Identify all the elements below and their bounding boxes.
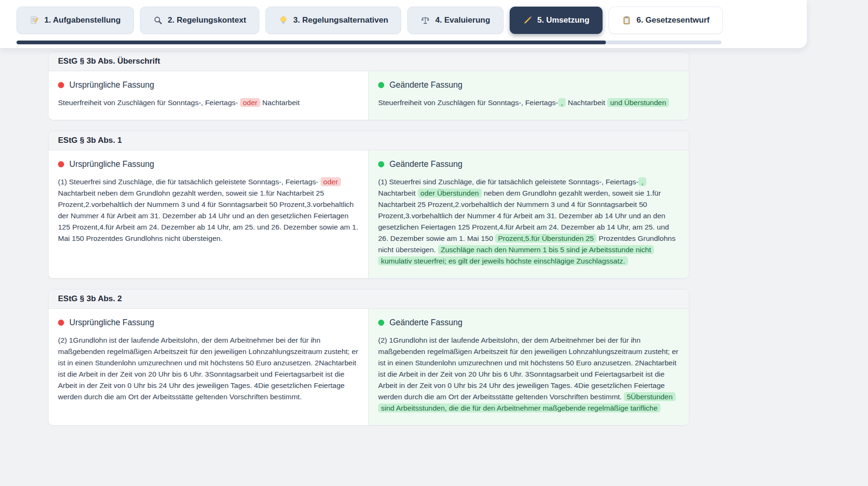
version-label-text: Ursprüngliche Fassung	[69, 159, 154, 169]
progress-bar-fill	[17, 41, 606, 44]
law-section-card: EStG § 3b Abs. 2Ursprüngliche Fassung(2)…	[48, 289, 689, 426]
diff-columns: Ursprüngliche Fassung(1) Steuerfrei sind…	[49, 150, 689, 278]
original-version-panel: Ursprüngliche Fassung(2) 1Grundlohn ist …	[49, 309, 369, 425]
version-label-text: Geänderte Fassung	[389, 159, 463, 169]
law-text: Steuerfreiheit von Zuschlägen für Sonnta…	[378, 97, 679, 108]
original-version-panel: Ursprüngliche Fassung(1) Steuerfrei sind…	[49, 150, 369, 278]
inserted-text: ,	[638, 177, 646, 186]
header-bar: 1. Aufgabenstellung2. Regelungskontext3.…	[0, 0, 807, 48]
version-label: Geänderte Fassung	[378, 318, 679, 328]
law-text: (2) 1Grundlohn ist der laufende Arbeitsl…	[378, 335, 679, 414]
bulb-icon	[279, 16, 288, 25]
law-text: Steuerfreiheit von Zuschlägen für Sonnta…	[58, 97, 359, 108]
diff-content-area: EStG § 3b Abs. ÜberschriftUrsprüngliche …	[0, 48, 868, 426]
version-label-text: Ursprüngliche Fassung	[69, 318, 154, 328]
section-title: EStG § 3b Abs. 2	[49, 289, 689, 309]
tab-step-4[interactable]: 4. Evaluierung	[407, 7, 503, 34]
version-label: Ursprüngliche Fassung	[58, 159, 359, 169]
changed-version-panel: Geänderte Fassung(1) Steuerfrei sind Zus…	[369, 150, 689, 278]
tab-label: 3. Regelungsalternativen	[293, 16, 388, 25]
version-label: Ursprüngliche Fassung	[58, 80, 359, 90]
version-label: Ursprüngliche Fassung	[58, 318, 359, 328]
clipboard-icon	[622, 16, 631, 25]
changed-version-panel: Geänderte FassungSteuerfreiheit von Zusc…	[369, 71, 689, 120]
section-title: EStG § 3b Abs. Überschrift	[49, 52, 689, 71]
green-dot-icon	[378, 82, 384, 88]
inserted-text: 5Überstunden sind Arbeitsstunden, die di…	[378, 392, 676, 412]
tab-step-3[interactable]: 3. Regelungsalternativen	[265, 7, 401, 34]
scales-icon	[421, 16, 430, 25]
memo-icon	[30, 16, 39, 25]
section-title: EStG § 3b Abs. 1	[49, 131, 689, 150]
red-dot-icon	[58, 82, 64, 88]
deleted-text: oder	[240, 98, 260, 107]
tab-step-6[interactable]: 6. Gesetzesentwurf	[609, 7, 723, 34]
tab-step-2[interactable]: 2. Regelungskontext	[140, 7, 259, 34]
magnifier-icon	[153, 16, 163, 25]
version-label-text: Geänderte Fassung	[389, 318, 463, 328]
red-dot-icon	[58, 320, 64, 326]
pencil-icon	[523, 16, 532, 25]
diff-columns: Ursprüngliche FassungSteuerfreiheit von …	[49, 71, 689, 120]
green-dot-icon	[378, 161, 384, 167]
tab-label: 4. Evaluierung	[435, 16, 490, 25]
tab-step-5[interactable]: 5. Umsetzung	[510, 7, 603, 34]
green-dot-icon	[378, 320, 384, 326]
inserted-text: Prozent,5.für Überstunden 25	[495, 234, 596, 243]
law-text: (1) Steuerfrei sind Zuschläge, die für t…	[378, 176, 679, 267]
law-text: (1) Steuerfrei sind Zuschläge, die für t…	[58, 176, 359, 244]
tab-label: 2. Regelungskontext	[168, 16, 246, 25]
tab-label: 1. Aufgabenstellung	[44, 16, 121, 25]
tab-step-1[interactable]: 1. Aufgabenstellung	[17, 7, 134, 34]
inserted-text: und Überstunden	[607, 98, 669, 107]
diff-columns: Ursprüngliche Fassung(2) 1Grundlohn ist …	[49, 309, 689, 425]
law-section-card: EStG § 3b Abs. ÜberschriftUrsprüngliche …	[48, 51, 689, 120]
original-version-panel: Ursprüngliche FassungSteuerfreiheit von …	[49, 71, 369, 120]
deleted-text: oder	[321, 177, 341, 186]
version-label: Geänderte Fassung	[378, 80, 679, 90]
law-text: (2) 1Grundlohn ist der laufende Arbeitsl…	[58, 335, 359, 403]
step-tab-bar: 1. Aufgabenstellung2. Regelungskontext3.…	[0, 6, 807, 41]
red-dot-icon	[58, 161, 64, 167]
version-label-text: Geänderte Fassung	[389, 80, 463, 90]
inserted-text: ,	[558, 98, 566, 107]
inserted-text: oder Überstunden	[418, 189, 482, 198]
tab-label: 5. Umsetzung	[537, 16, 590, 25]
inserted-text: Zuschläge nach den Nummern 1 bis 5 sind …	[378, 245, 654, 265]
progress-bar-track	[17, 41, 721, 44]
version-label-text: Ursprüngliche Fassung	[69, 80, 154, 90]
law-section-card: EStG § 3b Abs. 1Ursprüngliche Fassung(1)…	[48, 131, 689, 279]
version-label: Geänderte Fassung	[378, 159, 679, 169]
tab-label: 6. Gesetzesentwurf	[637, 16, 710, 25]
changed-version-panel: Geänderte Fassung(2) 1Grundlohn ist der …	[369, 309, 689, 425]
